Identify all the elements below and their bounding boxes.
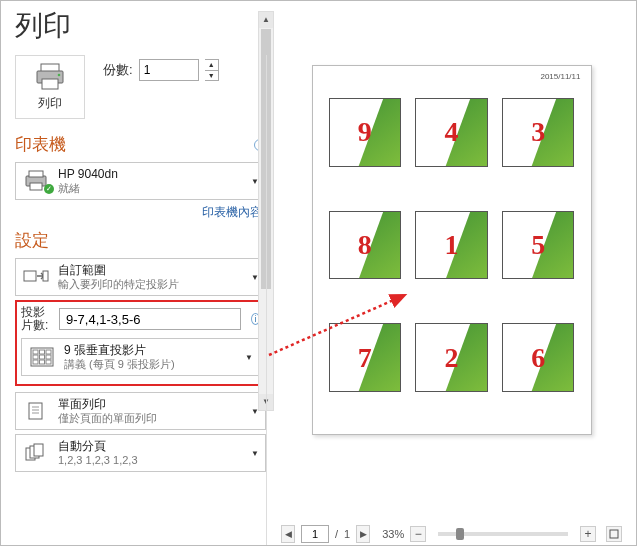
- slide-number: 5: [531, 229, 545, 261]
- zoom-slider[interactable]: [438, 532, 568, 536]
- copies-spinner[interactable]: ▲ ▼: [205, 59, 219, 81]
- slide-thumb: 1: [415, 211, 488, 280]
- slide-number: 9: [358, 116, 372, 148]
- page-next-button[interactable]: ▶: [356, 525, 370, 543]
- sides-subtitle: 僅於頁面的單面列印: [58, 412, 243, 426]
- spin-up-icon[interactable]: ▲: [205, 60, 218, 71]
- slide-number: 4: [444, 116, 458, 148]
- slide-number: 7: [358, 342, 372, 374]
- sides-select[interactable]: 單面列印 僅於頁面的單面列印 ▼: [15, 392, 266, 430]
- settings-panel: 列印 份數: ▲ ▼ 印表機 i ✓: [1, 55, 266, 546]
- slide-number: 6: [531, 342, 545, 374]
- sides-title: 單面列印: [58, 397, 243, 412]
- svg-rect-26: [610, 530, 618, 538]
- svg-rect-9: [31, 348, 53, 366]
- svg-rect-2: [42, 79, 58, 89]
- svg-rect-5: [29, 171, 43, 177]
- one-side-icon: [25, 401, 47, 421]
- zoom-fit-button[interactable]: [606, 526, 622, 542]
- printer-heading: 印表機: [15, 133, 66, 156]
- highlight-box: 投影片數: i 9 張垂直投影片 講義 (每頁 9 張投影片): [15, 300, 266, 386]
- printer-status: 就緒: [58, 182, 243, 196]
- slides-input[interactable]: [59, 308, 241, 330]
- slide-thumb: 5: [502, 211, 575, 280]
- svg-rect-7: [24, 271, 36, 281]
- collate-subtitle: 1,2,3 1,2,3 1,2,3: [58, 454, 243, 468]
- printer-name: HP 9040dn: [58, 167, 243, 182]
- range-icon: [23, 268, 49, 286]
- page-number-input[interactable]: [301, 525, 329, 543]
- slide-thumb: 3: [502, 98, 575, 167]
- slides-label: 投影片數:: [21, 306, 53, 332]
- printer-icon: [34, 63, 66, 91]
- svg-point-3: [58, 73, 61, 76]
- printer-properties-link[interactable]: 印表機內容: [202, 205, 262, 219]
- slide-number: 2: [444, 342, 458, 374]
- slide-number: 8: [358, 229, 372, 261]
- chevron-down-icon: ▼: [245, 353, 253, 362]
- slide-thumb: 2: [415, 323, 488, 392]
- print-button[interactable]: 列印: [15, 55, 85, 119]
- collate-select[interactable]: 自動分頁 1,2,3 1,2,3 1,2,3 ▼: [15, 434, 266, 472]
- svg-rect-8: [43, 271, 48, 281]
- range-title: 自訂範圍: [58, 263, 243, 278]
- print-button-label: 列印: [38, 95, 62, 112]
- zoom-percent: 33%: [382, 528, 404, 540]
- page-prev-button[interactable]: ◀: [281, 525, 295, 543]
- printer-select[interactable]: ✓ HP 9040dn 就緒 ▼: [15, 162, 266, 200]
- slide-thumb: 9: [329, 98, 402, 167]
- slide-thumb: 7: [329, 323, 402, 392]
- zoom-out-button[interactable]: −: [410, 526, 426, 542]
- handout-page: 2015/11/11 943815726: [312, 65, 592, 435]
- fit-icon: [609, 529, 619, 539]
- page-title: 列印: [1, 1, 636, 55]
- handout-9-icon: [30, 347, 54, 367]
- collate-icon: [24, 443, 48, 463]
- slide-number: 3: [531, 116, 545, 148]
- status-ok-icon: ✓: [44, 184, 54, 194]
- settings-heading: 設定: [15, 229, 49, 252]
- preview-pane: 2015/11/11 943815726 ◀ / 1 ▶ 33% − +: [266, 55, 636, 546]
- spin-down-icon[interactable]: ▼: [205, 71, 218, 81]
- copies-input[interactable]: [139, 59, 199, 81]
- layout-title: 9 張垂直投影片: [64, 343, 237, 358]
- copies-label: 份數:: [103, 61, 133, 79]
- slide-thumb: 6: [502, 323, 575, 392]
- scroll-up-icon[interactable]: ▲: [259, 12, 273, 28]
- slide-thumb: 8: [329, 211, 402, 280]
- preview-date: 2015/11/11: [540, 72, 580, 81]
- zoom-in-button[interactable]: +: [580, 526, 596, 542]
- page-sep: /: [335, 528, 338, 540]
- svg-rect-25: [34, 444, 43, 456]
- layout-select[interactable]: 9 張垂直投影片 講義 (每頁 9 張投影片) ▼: [21, 338, 260, 376]
- print-range-select[interactable]: 自訂範圍 輸入要列印的特定投影片 ▼: [15, 258, 266, 296]
- collate-title: 自動分頁: [58, 439, 243, 454]
- slide-number: 1: [444, 229, 458, 261]
- svg-rect-19: [29, 403, 42, 419]
- page-total: 1: [344, 528, 350, 540]
- range-subtitle: 輸入要列印的特定投影片: [58, 278, 243, 292]
- slide-thumb: 4: [415, 98, 488, 167]
- layout-subtitle: 講義 (每頁 9 張投影片): [64, 358, 237, 372]
- chevron-down-icon: ▼: [251, 449, 259, 458]
- zoom-handle[interactable]: [456, 528, 464, 540]
- svg-rect-6: [30, 183, 42, 190]
